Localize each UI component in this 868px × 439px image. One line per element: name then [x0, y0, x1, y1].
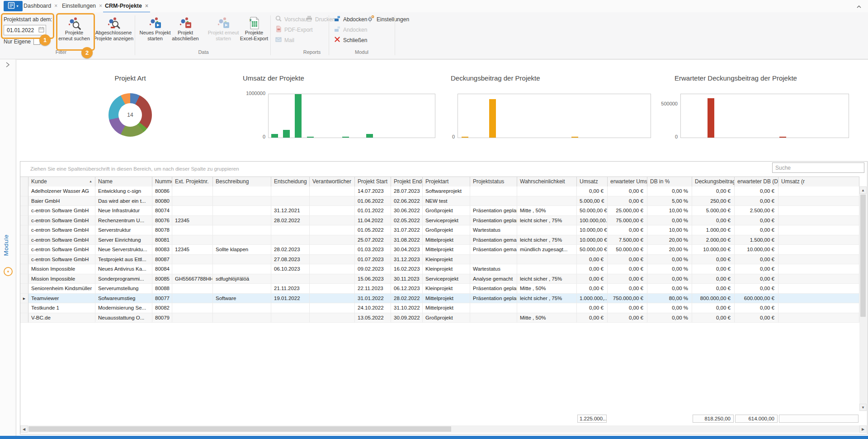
grid-header-entscheidung[interactable]: Entscheidung: [271, 177, 310, 187]
cell: 1.000.000,...: [577, 294, 608, 304]
table-row[interactable]: c-entron Software GmbHNeue Infrastruktur…: [20, 206, 859, 216]
row-selector[interactable]: [20, 264, 28, 274]
horizontal-scrollbar[interactable]: ◀ ▶: [20, 425, 867, 433]
search-input[interactable]: [772, 162, 864, 173]
grid-header-deckungsbeitrag[interactable]: Deckungsbeitrag: [692, 177, 735, 187]
schliessen-button[interactable]: Schließen: [334, 36, 367, 44]
cell: 600.000,00 €: [735, 294, 778, 304]
grid-header-selector: [20, 177, 28, 187]
summary-total: 818.250,00: [693, 415, 734, 423]
table-row[interactable]: c-entron Software GmbHTestprojekt aus Et…: [20, 255, 859, 265]
cell: [517, 264, 577, 274]
cell: [271, 303, 310, 313]
cell: [310, 274, 355, 284]
grid-header-kunde[interactable]: Kunde▲: [28, 177, 95, 187]
horizontal-scroll-thumb[interactable]: [28, 426, 451, 432]
close-icon[interactable]: ×: [99, 3, 102, 9]
scroll-down-icon[interactable]: ▼: [859, 404, 867, 411]
abgeschlossene-projekte-button[interactable]: Abgeschlossene Projekte anzeigen: [93, 14, 134, 48]
cell: Neues Antivirus Ka...: [95, 264, 152, 274]
grid-header-verantwortlicher[interactable]: Verantwortlicher: [310, 177, 355, 187]
grid-header-name[interactable]: Name: [95, 177, 152, 187]
cell: leicht sicher , 75%: [517, 235, 577, 245]
row-selector[interactable]: ▶: [20, 294, 28, 304]
tab-crm-projekte[interactable]: CRM-Projekte ×: [103, 0, 150, 13]
excel-export-button[interactable]: x Projekte Excel-Export: [238, 14, 270, 48]
row-selector[interactable]: [20, 235, 28, 245]
show-closed-projects-icon: [107, 14, 120, 30]
row-selector[interactable]: [20, 303, 28, 313]
table-row[interactable]: Seniorenheim KindsmüllerServerumstellung…: [20, 284, 859, 294]
cell: [271, 274, 310, 284]
table-row[interactable]: Adelholzener Wasser AGEntwicklung c-sign…: [20, 186, 859, 196]
table-row[interactable]: Mission ImpossibleNeues Antivirus Ka...8…: [20, 264, 859, 274]
grid-header-umsatz-r[interactable]: Umsatz (r: [778, 177, 859, 187]
close-icon[interactable]: ×: [54, 3, 57, 9]
collapse-ribbon-icon[interactable]: [856, 3, 862, 9]
dock-icon: [334, 25, 341, 34]
neues-projekt-button[interactable]: Neues Projekt starten: [137, 14, 173, 48]
grid-header-umsatz[interactable]: Umsatz: [577, 177, 608, 187]
module-chevron-icon[interactable]: ▾: [4, 267, 13, 276]
sidebar-expander-icon[interactable]: [5, 62, 10, 70]
row-selector[interactable]: [20, 196, 28, 206]
table-row[interactable]: c-entron Software GmbHNeue Serverstruktu…: [20, 245, 859, 255]
preview-icon: [275, 15, 282, 24]
cell: [310, 264, 355, 274]
grid-header-wahrscheinlichkeit[interactable]: Wahrscheinlichkeit: [517, 177, 577, 187]
grid-header-erwarteter-db-db-[interactable]: erwarteter DB (DB*...: [735, 177, 778, 187]
row-selector[interactable]: [20, 284, 28, 294]
grid-header-nummer[interactable]: Nummer: [152, 177, 172, 187]
table-row[interactable]: c-entron Software GmbHRechenzentrum U...…: [20, 216, 859, 226]
grid-header-beschreibung[interactable]: Beschreibung: [213, 177, 271, 187]
grid-header-projektstatus[interactable]: Projektstatus: [470, 177, 517, 187]
chart-title-1: Umsatz der Projekte: [243, 74, 304, 82]
einstellungen-button[interactable]: Einstellungen: [367, 15, 409, 23]
scroll-up-icon[interactable]: ▲: [859, 186, 867, 194]
grid-header-erwarteter-umsatz[interactable]: erwarteter Umsatz: [608, 177, 647, 187]
cell: 0,00 €: [735, 196, 778, 206]
row-selector[interactable]: [20, 216, 28, 226]
table-row[interactable]: Testkunde 1Modernisierung Se...8008224.1…: [20, 303, 859, 313]
row-selector[interactable]: [20, 245, 28, 255]
table-row[interactable]: V-BC.deNeuausstattung O...8007913.05.202…: [20, 313, 859, 323]
scroll-right-icon[interactable]: ▶: [859, 425, 867, 433]
scroll-left-icon[interactable]: ◀: [20, 425, 28, 433]
row-selector[interactable]: [20, 255, 28, 265]
cell: 800.000,00 €: [692, 294, 735, 304]
cell: 21.11.2023: [271, 284, 310, 294]
table-row[interactable]: Mission ImpossibleSonderprogrammi...8008…: [20, 274, 859, 284]
table-row[interactable]: ▶TeamviewerSofwareumstieg80077Software19…: [20, 294, 859, 304]
vertical-scroll-thumb[interactable]: [860, 195, 866, 317]
cell: 0,00 €: [735, 284, 778, 294]
sidebar-item-module[interactable]: Module: [3, 234, 9, 256]
table-row[interactable]: Baier GmbHDas wird aber ein t...8008001.…: [20, 196, 859, 206]
cell: Testkunde 1: [28, 303, 95, 313]
close-icon[interactable]: ×: [145, 3, 148, 9]
app-menu-button[interactable]: ▾: [4, 1, 23, 11]
vertical-scrollbar[interactable]: ▲ ▼: [859, 186, 867, 411]
table-row[interactable]: c-entron Software GmbHServer Einrichtung…: [20, 235, 859, 245]
grid-header-projekt-ende[interactable]: Projekt Ende: [391, 177, 423, 187]
row-selector[interactable]: [20, 313, 28, 323]
grid-header-projektart[interactable]: Projektart: [423, 177, 470, 187]
row-selector[interactable]: [20, 274, 28, 284]
row-selector[interactable]: [20, 225, 28, 235]
group-by-hint: Ziehen Sie eine Spaltenüberschrift in di…: [30, 166, 239, 172]
cell: 0,00 €: [577, 303, 608, 313]
grid-header-projekt-start[interactable]: Projekt Start: [355, 177, 391, 187]
tab-dashboard[interactable]: Dashboard ×: [22, 0, 59, 12]
cell: [517, 196, 577, 206]
cell: [470, 196, 517, 206]
grid-header-db-in-[interactable]: DB in %: [647, 177, 692, 187]
cell: [310, 303, 355, 313]
cell: [213, 264, 271, 274]
row-selector[interactable]: [20, 186, 28, 196]
row-selector[interactable]: [20, 206, 28, 216]
bar: [295, 94, 302, 138]
grid-header-ext-projektnr-[interactable]: Ext. Projektnr.: [172, 177, 213, 187]
table-row[interactable]: c-entron Software GmbHServerstruktur8007…: [20, 225, 859, 235]
projekt-abschliessen-button[interactable]: Projekt abschließen: [169, 14, 202, 48]
abdocken-button[interactable]: Abdocken: [334, 15, 367, 23]
tab-einstellungen[interactable]: Einstellungen ×: [60, 0, 104, 12]
